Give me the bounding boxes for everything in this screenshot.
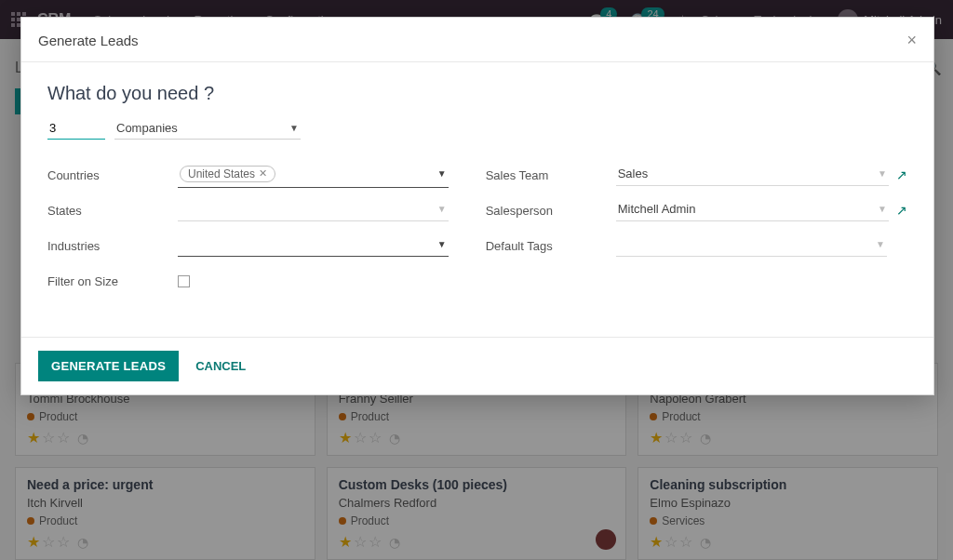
default-tags-field[interactable]: ▼ bbox=[616, 234, 887, 257]
countries-field[interactable]: United States ✕ ▼ bbox=[178, 163, 449, 188]
chevron-down-icon: ▼ bbox=[437, 204, 447, 214]
external-link-icon[interactable]: ↗ bbox=[896, 203, 907, 218]
external-link-icon[interactable]: ↗ bbox=[896, 167, 907, 182]
close-icon[interactable]: × bbox=[906, 31, 917, 50]
chevron-down-icon: ▼ bbox=[437, 168, 447, 179]
states-field[interactable]: ▼ bbox=[178, 199, 449, 221]
lead-type-value: Companies bbox=[116, 121, 178, 135]
modal-title: Generate Leads bbox=[38, 33, 139, 48]
country-chip[interactable]: United States ✕ bbox=[180, 166, 275, 182]
salesperson-value: Mitchell Admin bbox=[618, 202, 696, 216]
salesperson-field[interactable]: Mitchell Admin ▼ bbox=[616, 199, 889, 221]
filter-size-checkbox[interactable] bbox=[178, 275, 190, 287]
filter-size-label: Filter on Size bbox=[47, 274, 178, 288]
modal-footer: GENERATE LEADS CANCEL bbox=[21, 337, 933, 394]
remove-chip-icon[interactable]: ✕ bbox=[259, 167, 267, 180]
sales-team-value: Sales bbox=[618, 167, 649, 180]
generate-leads-button[interactable]: GENERATE LEADS bbox=[38, 351, 179, 381]
chevron-down-icon: ▼ bbox=[878, 168, 887, 179]
modal-heading: What do you need ? bbox=[47, 83, 907, 104]
countries-label: Countries bbox=[47, 168, 178, 182]
industries-label: Industries bbox=[47, 239, 178, 253]
chevron-down-icon: ▼ bbox=[289, 123, 299, 133]
modal-header: Generate Leads × bbox=[21, 18, 933, 62]
lead-type-select[interactable]: Companies ▼ bbox=[114, 117, 301, 140]
country-chip-label: United States bbox=[188, 167, 255, 180]
industries-field[interactable]: ▼ bbox=[178, 234, 449, 257]
chevron-down-icon: ▼ bbox=[876, 239, 885, 249]
chevron-down-icon: ▼ bbox=[878, 204, 887, 214]
cancel-button[interactable]: CANCEL bbox=[195, 359, 246, 373]
salesperson-label: Salesperson bbox=[486, 204, 616, 218]
sales-team-label: Sales Team bbox=[486, 168, 616, 182]
default-tags-label: Default Tags bbox=[486, 239, 616, 253]
generate-leads-modal: Generate Leads × What do you need ? Comp… bbox=[20, 17, 934, 395]
states-label: States bbox=[47, 204, 178, 218]
lead-count-input[interactable] bbox=[47, 117, 105, 140]
sales-team-field[interactable]: Sales ▼ bbox=[616, 164, 889, 186]
chevron-down-icon: ▼ bbox=[437, 239, 447, 249]
